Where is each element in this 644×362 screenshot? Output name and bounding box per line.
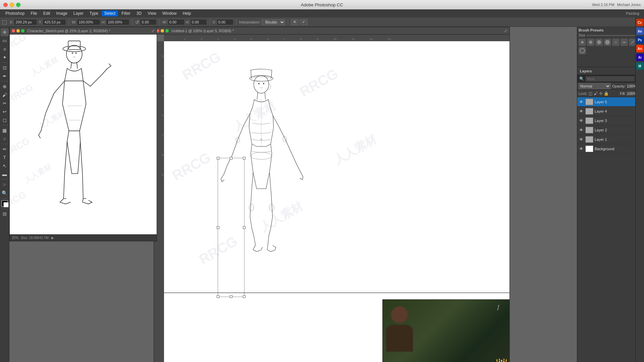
confirm-transform-button[interactable]: ✓ [300, 19, 308, 25]
maximize-button[interactable] [16, 3, 20, 7]
blend-mode-select[interactable]: Normal Multiply Screen Overlay [579, 83, 611, 89]
menu-3d[interactable]: 3D [134, 10, 144, 16]
main-doc-expand[interactable]: ⤢ [504, 28, 507, 33]
background-visibility[interactable]: 👁 [579, 146, 584, 152]
brush-size-slider[interactable] [586, 35, 643, 36]
shape-tool[interactable]: ▬ [1, 170, 9, 178]
w-input[interactable] [77, 19, 100, 25]
adobe-m-btn[interactable]: M [636, 62, 644, 70]
menu-select[interactable]: Select [102, 10, 118, 16]
layer-row-3[interactable]: 👁 Layer 3 [577, 116, 644, 125]
lasso-tool[interactable]: ⌾ [1, 45, 9, 53]
background-color[interactable] [3, 202, 9, 207]
adobe-an-btn[interactable]: An [636, 45, 644, 52]
minimize-button[interactable] [10, 3, 14, 7]
layers-search-bar: 🔍 ▪ ◈ T ⬟ ⊞ [577, 75, 644, 82]
crop-tool[interactable]: ⊡ [1, 64, 9, 72]
heal-tool[interactable]: ⊕ [1, 82, 9, 90]
brush-preset-4[interactable] [604, 39, 611, 46]
hand-tool[interactable]: ☞ [1, 181, 9, 189]
close-button[interactable] [3, 3, 8, 7]
zoom-tool[interactable]: 🔍 [1, 189, 9, 197]
layer-row-2[interactable]: 👁 Layer 2 [577, 125, 644, 135]
svg-line-4 [77, 62, 77, 68]
person-head [391, 306, 408, 323]
lock-position[interactable]: ✛ [599, 91, 602, 96]
layer-row-4[interactable]: 👁 Layer 4 [577, 107, 644, 116]
brush-preset-2[interactable] [587, 39, 594, 46]
lock-all[interactable]: 🔒 [604, 91, 609, 96]
layers-search-input[interactable] [586, 76, 635, 81]
type-tool[interactable]: T [1, 154, 9, 162]
main-doc-min[interactable] [161, 29, 164, 33]
foreground-color[interactable] [1, 200, 8, 207]
marquee-tool[interactable]: ▭ [1, 37, 9, 45]
pen-tool[interactable]: ✏ [1, 145, 9, 153]
rotation-input[interactable] [140, 19, 157, 25]
brush-preset-3[interactable] [595, 39, 603, 46]
menu-window[interactable]: Window [160, 10, 179, 16]
brush-preset-5[interactable] [612, 39, 620, 46]
w2-input[interactable] [168, 19, 184, 25]
layer-row-5[interactable]: 👁 Layer 5 [577, 97, 644, 107]
menu-type[interactable]: Type [87, 10, 101, 16]
gradient-tool[interactable]: ▦ [1, 126, 9, 134]
menu-file[interactable]: File [28, 10, 40, 16]
x-input[interactable] [14, 19, 37, 25]
menu-help[interactable]: Help [180, 10, 194, 16]
layer-4-visibility[interactable]: 👁 [579, 109, 584, 114]
layer-1-visibility[interactable]: 👁 [579, 137, 584, 142]
adobe-ps-btn[interactable]: Ps [636, 36, 644, 44]
layers-blend-row: Normal Multiply Screen Overlay Opacity: … [577, 82, 644, 90]
extra-right-bar: Cc Ae Ps An Ai M [635, 17, 644, 362]
interpolation-select[interactable]: Bicubic [262, 19, 285, 25]
toolbar-sep-3 [159, 19, 160, 25]
clone-tool[interactable]: ✂ [1, 99, 9, 107]
layer-2-visibility[interactable]: 👁 [579, 127, 584, 133]
x-label: X: [10, 20, 13, 24]
menu-image[interactable]: Image [53, 10, 70, 16]
brush-tool[interactable]: 🖌 [1, 91, 9, 99]
background-name: Background [595, 147, 637, 151]
person-body [386, 325, 413, 352]
lock-transparent[interactable]: ◫ [589, 91, 592, 96]
brush-preset-1[interactable] [579, 39, 586, 46]
path-select-tool[interactable]: ↖ [1, 162, 9, 170]
h-input[interactable] [106, 19, 129, 25]
screen-mode[interactable]: ⊟ [1, 210, 9, 218]
brush-preset-6[interactable] [621, 39, 628, 46]
y-input[interactable] [43, 19, 66, 25]
traffic-lights[interactable] [3, 3, 20, 7]
menu-edit[interactable]: Edit [41, 10, 53, 16]
small-doc-expand[interactable]: ⤢ [151, 28, 155, 33]
adobe-cc-btn[interactable]: Cc [636, 19, 644, 26]
small-doc-max[interactable] [21, 29, 24, 33]
menu-filter[interactable]: Filter [119, 10, 133, 16]
eyedropper-tool[interactable]: ✒ [1, 72, 9, 80]
menu-photoshop[interactable]: Photoshop [3, 10, 27, 16]
adobe-ae-btn[interactable]: Ae [636, 27, 644, 35]
layer-row-1[interactable]: 👁 Layer 1 [577, 135, 644, 144]
small-doc-canvas[interactable]: RRCG 人人素材 RRCG 人人素材 RRCG 人人素材 RRCG [10, 35, 157, 234]
cancel-transform-button[interactable]: ✕ [291, 19, 299, 25]
layer-5-visibility[interactable]: 👁 [579, 99, 584, 105]
layer-row-background[interactable]: 👁 Background 🔒 [577, 144, 644, 154]
small-doc-close[interactable] [12, 29, 15, 33]
small-doc-min[interactable] [16, 29, 20, 33]
menu-view[interactable]: View [145, 10, 159, 16]
dodge-tool[interactable]: ○ [1, 135, 9, 143]
adobe-ai-btn[interactable]: Ai [636, 54, 644, 61]
wand-tool[interactable]: ✦ [1, 53, 9, 61]
lock-image[interactable]: 🖌 [594, 91, 598, 96]
layer-3-visibility[interactable]: 👁 [579, 118, 584, 123]
main-doc-max[interactable] [165, 29, 169, 33]
triangle-btn[interactable]: ▶ [51, 236, 54, 240]
h2-input[interactable] [190, 19, 207, 25]
menu-layer[interactable]: Layer [71, 10, 86, 16]
history-brush[interactable]: ↩ [1, 108, 9, 116]
v-input[interactable] [217, 19, 233, 25]
move-tool[interactable]: ✛ [1, 28, 9, 36]
layer-3-thumb [585, 117, 593, 124]
eraser-tool[interactable]: ◻ [1, 116, 9, 124]
brush-preset-8[interactable] [579, 47, 586, 54]
